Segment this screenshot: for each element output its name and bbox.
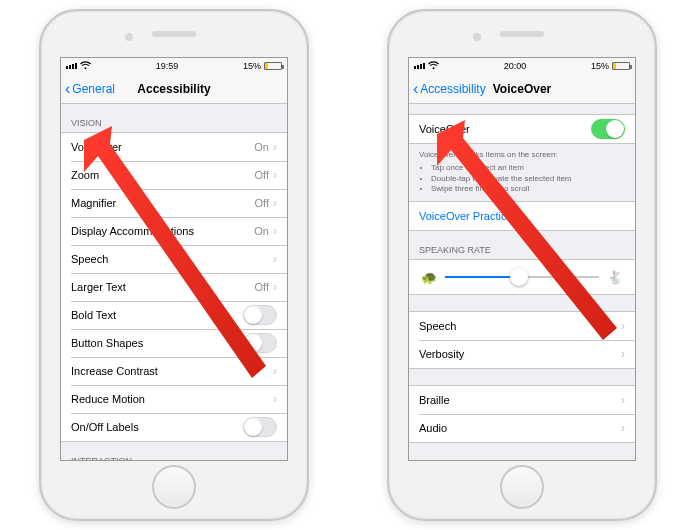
chevron-right-icon: › <box>273 141 277 153</box>
chevron-right-icon: › <box>621 348 625 360</box>
row-zoom[interactable]: Zoom Off › <box>61 161 287 189</box>
row-speech[interactable]: Speech › <box>61 245 287 273</box>
row-label: Bold Text <box>71 309 243 321</box>
settings-group-vision: VoiceOver On › Zoom Off › Magnifier Off … <box>61 132 287 442</box>
row-voiceover[interactable]: VoiceOver On › <box>61 133 287 161</box>
camera-dot <box>473 33 481 41</box>
row-label: VoiceOver Practice <box>419 210 625 222</box>
row-label: Zoom <box>71 169 255 181</box>
battery-percent: 15% <box>591 61 609 71</box>
camera-dot <box>125 33 133 41</box>
row-voiceover-toggle[interactable]: VoiceOver <box>409 115 635 143</box>
status-time: 19:59 <box>156 61 179 71</box>
row-value: Off <box>255 197 269 209</box>
home-button[interactable] <box>152 465 196 509</box>
voiceover-content: VoiceOver VoiceOver speaks items on the … <box>409 104 635 460</box>
toggle-button-shapes[interactable] <box>243 333 277 353</box>
row-audio[interactable]: Audio › <box>409 414 635 442</box>
chevron-right-icon: › <box>273 225 277 237</box>
row-label: On/Off Labels <box>71 421 243 433</box>
row-button-shapes[interactable]: Button Shapes <box>61 329 287 357</box>
signal-icon <box>66 63 77 69</box>
chevron-right-icon: › <box>273 253 277 265</box>
row-bold-text[interactable]: Bold Text <box>61 301 287 329</box>
row-label: Magnifier <box>71 197 255 209</box>
wifi-icon <box>428 61 439 72</box>
back-button[interactable]: ‹ Accessibility <box>409 81 486 97</box>
screen-left: 19:59 15% ‹ General Accessibility Vision… <box>60 57 288 461</box>
chevron-right-icon: › <box>621 320 625 332</box>
rate-slider[interactable] <box>445 276 599 278</box>
row-voiceover-practice[interactable]: VoiceOver Practice <box>409 202 635 230</box>
row-label: Reduce Motion <box>71 393 273 405</box>
row-braille[interactable]: Braille › <box>409 386 635 414</box>
row-label: Audio <box>419 422 621 434</box>
status-time: 20:00 <box>504 61 527 71</box>
group-practice: VoiceOver Practice <box>409 201 635 231</box>
row-speaking-rate[interactable]: 🐢 🐇 <box>409 260 635 294</box>
row-value: Off <box>255 281 269 293</box>
row-value: Off <box>255 169 269 181</box>
settings-content: Vision VoiceOver On › Zoom Off › Magnifi… <box>61 104 287 460</box>
battery-icon <box>612 62 630 70</box>
speaker-grille <box>500 31 544 37</box>
group-braille-audio: Braille › Audio › <box>409 385 635 443</box>
section-header-interaction: Interaction <box>61 442 287 460</box>
chevron-left-icon: ‹ <box>65 81 70 97</box>
signal-icon <box>414 63 425 69</box>
hare-icon: 🐇 <box>607 271 623 284</box>
chevron-right-icon: › <box>621 422 625 434</box>
nav-bar: ‹ General Accessibility <box>61 74 287 104</box>
screen-right: 20:00 15% ‹ Accessibility VoiceOver Voic… <box>408 57 636 461</box>
row-label: Larger Text <box>71 281 255 293</box>
toggle-bold-text[interactable] <box>243 305 277 325</box>
row-label: VoiceOver <box>71 141 254 153</box>
chevron-right-icon: › <box>273 197 277 209</box>
status-bar: 20:00 15% <box>409 58 635 74</box>
voiceover-help-text: VoiceOver speaks items on the screen: Ta… <box>409 144 635 201</box>
section-header-vision: Vision <box>61 104 287 132</box>
iphone-right: 20:00 15% ‹ Accessibility VoiceOver Voic… <box>387 9 657 521</box>
row-label: Button Shapes <box>71 337 243 349</box>
row-label: VoiceOver <box>419 123 591 135</box>
row-speech2[interactable]: Speech › <box>409 312 635 340</box>
battery-icon <box>264 62 282 70</box>
chevron-right-icon: › <box>621 394 625 406</box>
row-label: Increase Contrast <box>71 365 273 377</box>
row-label: Verbosity <box>419 348 621 360</box>
back-label: Accessibility <box>420 82 485 96</box>
row-value: On <box>254 141 269 153</box>
row-label: Braille <box>419 394 621 406</box>
row-value: On <box>254 225 269 237</box>
section-header-rate: Speaking Rate <box>409 231 635 259</box>
battery-percent: 15% <box>243 61 261 71</box>
status-bar: 19:59 15% <box>61 58 287 74</box>
toggle-voiceover[interactable] <box>591 119 625 139</box>
home-button[interactable] <box>500 465 544 509</box>
row-reduce-motion[interactable]: Reduce Motion › <box>61 385 287 413</box>
tortoise-icon: 🐢 <box>421 271 437 284</box>
back-label: General <box>72 82 115 96</box>
row-larger-text[interactable]: Larger Text Off › <box>61 273 287 301</box>
row-onoff-labels[interactable]: On/Off Labels <box>61 413 287 441</box>
nav-bar: ‹ Accessibility VoiceOver <box>409 74 635 104</box>
wifi-icon <box>80 61 91 72</box>
row-verbosity[interactable]: Verbosity › <box>409 340 635 368</box>
chevron-left-icon: ‹ <box>413 81 418 97</box>
group-speech-verbosity: Speech › Verbosity › <box>409 311 635 369</box>
chevron-right-icon: › <box>273 169 277 181</box>
row-label: Speech <box>71 253 273 265</box>
row-magnifier[interactable]: Magnifier Off › <box>61 189 287 217</box>
chevron-right-icon: › <box>273 281 277 293</box>
group-voiceover-toggle: VoiceOver <box>409 114 635 144</box>
row-label: Display Accommodations <box>71 225 254 237</box>
chevron-right-icon: › <box>273 365 277 377</box>
row-display-accommodations[interactable]: Display Accommodations On › <box>61 217 287 245</box>
iphone-left: 19:59 15% ‹ General Accessibility Vision… <box>39 9 309 521</box>
chevron-right-icon: › <box>273 393 277 405</box>
toggle-onoff-labels[interactable] <box>243 417 277 437</box>
back-button[interactable]: ‹ General <box>61 81 115 97</box>
row-label: Speech <box>419 320 621 332</box>
row-increase-contrast[interactable]: Increase Contrast › <box>61 357 287 385</box>
speaker-grille <box>152 31 196 37</box>
